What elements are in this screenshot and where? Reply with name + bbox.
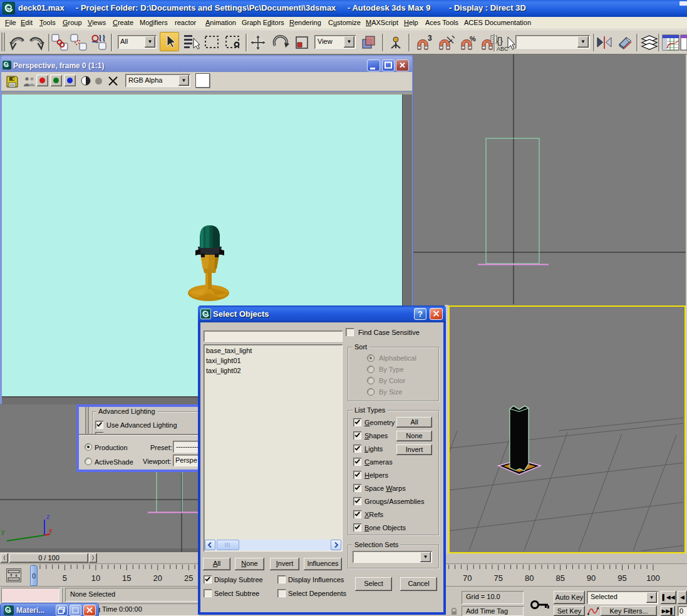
svg-text:x: x — [49, 526, 53, 534]
svg-text:z: z — [46, 513, 50, 520]
svg-text:ABC: ABC — [497, 46, 509, 52]
svg-text:75: 75 — [494, 573, 503, 583]
svg-text:{}: {} — [497, 35, 503, 46]
svg-text:25: 25 — [184, 573, 193, 583]
svg-text:70: 70 — [463, 573, 472, 583]
svg-text:85: 85 — [555, 573, 564, 583]
svg-text:15: 15 — [122, 573, 131, 583]
svg-text:5: 5 — [63, 573, 67, 583]
svg-text:3: 3 — [428, 34, 432, 43]
svg-text:80: 80 — [525, 573, 534, 583]
svg-text:y: y — [1, 528, 5, 535]
svg-text:100: 100 — [646, 573, 660, 583]
svg-text:10: 10 — [91, 573, 100, 583]
svg-text:95: 95 — [617, 573, 626, 583]
svg-text:90: 90 — [587, 573, 596, 583]
svg-text:%: % — [470, 35, 476, 43]
svg-text:20: 20 — [153, 573, 162, 583]
